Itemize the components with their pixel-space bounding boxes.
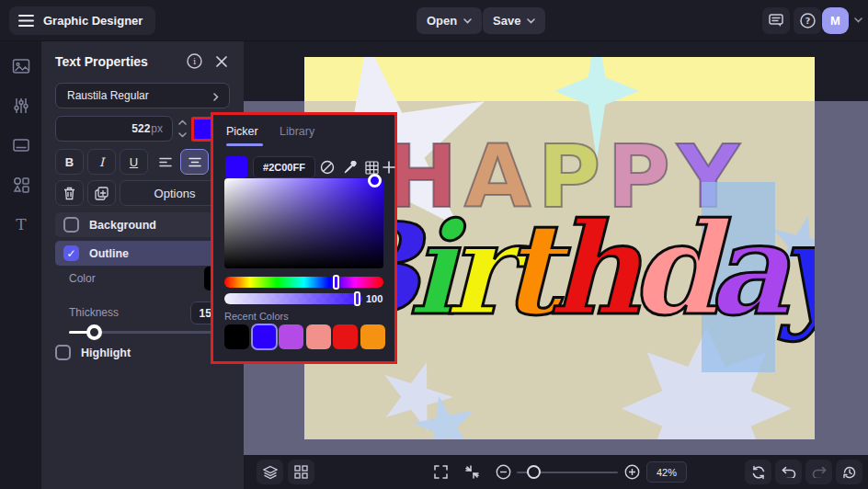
delete-button[interactable] [55, 180, 84, 206]
svg-text:i: i [193, 56, 196, 66]
redo-icon [812, 466, 827, 478]
add-color-button[interactable] [379, 156, 399, 178]
hue-slider[interactable] [224, 277, 383, 288]
undo-button[interactable] [775, 460, 802, 484]
duplicate-button[interactable] [87, 180, 116, 206]
refresh-button[interactable] [745, 460, 771, 484]
recent-color-swatch[interactable] [252, 324, 277, 349]
align-left-button[interactable] [153, 149, 177, 175]
hex-color-input[interactable]: #2C00FF [253, 156, 315, 178]
card-icon [12, 136, 30, 154]
highlight-checkbox[interactable] [55, 345, 71, 360]
panel-title: Text Properties [55, 54, 148, 69]
sidebar-item-templates[interactable] [10, 134, 32, 156]
fullscreen-button[interactable] [428, 460, 453, 484]
chevron-down-icon [463, 18, 472, 24]
bold-button[interactable]: B [55, 149, 84, 175]
pages-button[interactable] [288, 460, 314, 484]
sidebar-item-adjust[interactable] [10, 95, 32, 117]
font-size-input[interactable]: 522px [55, 116, 173, 142]
options-label: Options [154, 187, 196, 200]
help-button[interactable]: ? [794, 7, 821, 34]
font-family-value: Raustila Regular [67, 89, 149, 102]
avatar[interactable]: M [822, 7, 849, 34]
hex-value: #2C00FF [263, 162, 305, 173]
open-button[interactable]: Open [417, 7, 482, 34]
background-toggle[interactable]: Background [55, 212, 230, 237]
highlight-label: Highlight [81, 347, 131, 359]
layers-icon [263, 465, 278, 480]
underline-button[interactable]: U [120, 149, 148, 175]
recent-color-swatch[interactable] [333, 324, 358, 349]
save-button[interactable]: Save [483, 7, 545, 34]
bottom-toolbar: 42% [244, 455, 868, 489]
alpha-slider[interactable] [224, 293, 362, 304]
info-button[interactable]: i [185, 51, 204, 71]
outline-toggle[interactable]: ✓ Outline [55, 241, 230, 266]
zoom-in-button[interactable] [619, 460, 645, 484]
trash-icon [63, 187, 75, 200]
saturation-value-area[interactable] [224, 178, 383, 268]
italic-button[interactable]: I [87, 149, 116, 175]
font-size-unit: px [151, 122, 163, 135]
tab-library[interactable]: Library [280, 125, 314, 138]
topbar: Graphic Designer Open Save ? M [0, 0, 868, 41]
zoom-out-button[interactable] [490, 460, 516, 484]
recent-color-swatch[interactable] [224, 324, 249, 349]
minus-circle-icon [496, 464, 511, 480]
art-letter: r [445, 194, 501, 344]
recent-color-swatch[interactable] [306, 324, 331, 349]
alpha-handle[interactable] [354, 291, 360, 306]
recent-colors-label: Recent Colors [224, 311, 289, 322]
zoom-slider-thumb[interactable] [527, 465, 541, 479]
app-title: Graphic Designer [43, 14, 143, 28]
stepper-down-icon[interactable] [178, 132, 187, 138]
fit-to-screen-button[interactable] [459, 460, 485, 484]
redo-button[interactable] [805, 460, 832, 484]
italic-label: I [99, 155, 104, 169]
alpha-value: 100 [366, 293, 383, 304]
stepper-up-icon[interactable] [178, 119, 187, 125]
sidebar-item-shapes[interactable] [10, 174, 32, 196]
history-icon [842, 465, 857, 480]
chevron-down-icon [527, 18, 535, 24]
shapes-icon [12, 176, 30, 194]
text-icon: T [12, 215, 30, 233]
close-icon [216, 56, 227, 67]
avatar-initial: M [830, 14, 840, 28]
zoom-level-field[interactable]: 42% [646, 461, 687, 483]
outline-checkbox[interactable]: ✓ [63, 245, 79, 261]
thickness-slider-thumb[interactable] [86, 324, 102, 340]
sv-handle[interactable] [368, 174, 382, 188]
layers-button[interactable] [257, 460, 283, 484]
outline-color-label: Color [69, 272, 96, 285]
close-panel-button[interactable] [211, 51, 231, 71]
current-color-swatch[interactable] [225, 156, 247, 178]
underline-label: U [130, 155, 138, 169]
help-icon: ? [800, 13, 816, 28]
font-family-selector[interactable]: Raustila Regular [55, 83, 230, 108]
highlight-toggle[interactable]: Highlight [55, 345, 131, 360]
main-menu-button[interactable]: Graphic Designer [9, 6, 155, 35]
background-checkbox[interactable] [63, 217, 79, 233]
account-chevron-icon[interactable] [854, 17, 862, 23]
svg-text:?: ? [805, 16, 810, 26]
grid-icon [365, 161, 379, 175]
expand-icon [434, 465, 448, 479]
align-center-button[interactable] [180, 149, 209, 175]
color-picker-popup: Picker Library #2C00FF 100 Recent Colors [211, 112, 397, 364]
font-size-stepper[interactable] [176, 116, 190, 142]
comment-icon [769, 14, 783, 28]
art-letter: y [779, 194, 815, 344]
eyedropper-button[interactable] [339, 156, 360, 178]
history-button[interactable] [836, 460, 862, 484]
recent-colors-row [224, 324, 385, 349]
hue-handle[interactable] [333, 275, 339, 290]
comments-button[interactable] [762, 7, 790, 34]
recent-color-swatch[interactable] [279, 324, 303, 349]
sidebar-item-images[interactable] [10, 55, 32, 77]
tab-picker[interactable]: Picker [226, 125, 258, 138]
sidebar-item-text[interactable]: T [10, 213, 32, 235]
no-color-button[interactable] [317, 156, 337, 178]
recent-color-swatch[interactable] [360, 324, 385, 349]
